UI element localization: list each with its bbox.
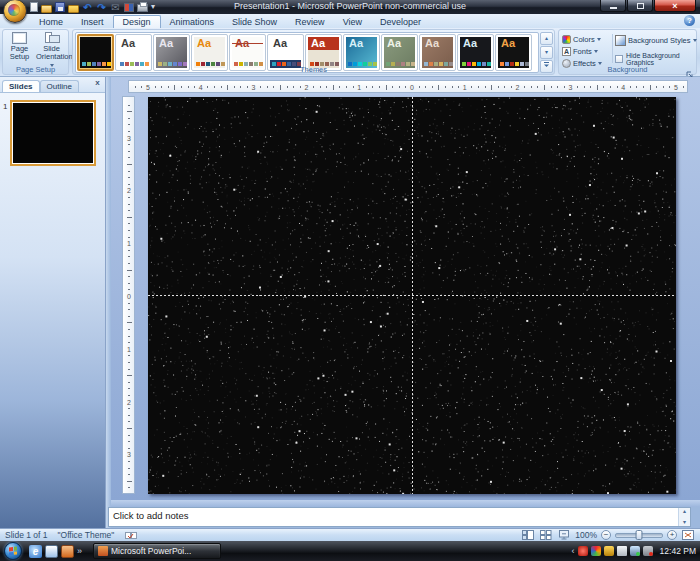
theme-preview: Aa [308, 37, 339, 68]
theme-foundry[interactable]: Aa [381, 34, 418, 71]
update-icon[interactable] [604, 546, 614, 556]
slide-canvas[interactable] [148, 97, 676, 494]
taskbar-clock[interactable]: 12:42 PM [660, 546, 696, 556]
tab-review[interactable]: Review [286, 16, 334, 28]
ruler-tick [313, 86, 314, 88]
notes-splitter[interactable] [111, 500, 700, 507]
tab-insert[interactable]: Insert [72, 16, 113, 28]
tab-view[interactable]: View [334, 16, 371, 28]
scroll-down-icon[interactable]: ▾ [683, 519, 686, 526]
theme-palette [310, 62, 339, 66]
slide-orientation-button[interactable]: Slide Orientation [36, 32, 67, 69]
gallery-scroll-up-icon[interactable]: ▴ [540, 32, 553, 45]
notes-scrollbar[interactable]: ▴ ▾ [678, 508, 690, 526]
zoom-slider-thumb[interactable] [636, 530, 643, 540]
normal-view-button[interactable] [521, 530, 535, 540]
ruler-number: 3 [252, 84, 256, 91]
minimize-button[interactable] [600, 0, 626, 12]
tab-slide-show[interactable]: Slide Show [223, 16, 286, 28]
tab-developer[interactable]: Developer [371, 16, 430, 28]
open-icon[interactable] [41, 5, 52, 13]
theme-equity[interactable]: Aa [305, 34, 342, 71]
fonts-button[interactable]: A Fonts [561, 45, 611, 57]
close-panel-icon[interactable]: x [93, 79, 102, 88]
fonts-label: Fonts [573, 47, 592, 56]
zoom-out-button[interactable]: − [601, 530, 611, 540]
theme-oriel[interactable]: Aa [495, 34, 532, 71]
print-icon[interactable] [137, 4, 148, 12]
theme-flow[interactable]: Aa [343, 34, 380, 71]
theme-palette [234, 62, 263, 66]
mail-app-icon[interactable] [45, 545, 58, 558]
new-document-icon[interactable] [30, 2, 38, 12]
tab-animations[interactable]: Animations [161, 16, 224, 28]
tab-outline[interactable]: Outline [40, 80, 79, 92]
ruler-tick [155, 86, 156, 88]
undo-icon[interactable]: ↶ [82, 2, 93, 13]
volume-muted-icon[interactable] [643, 546, 653, 556]
theme-aspect[interactable]: Aa [191, 34, 228, 71]
theme-palette [348, 62, 377, 66]
start-button[interactable] [4, 542, 22, 560]
open-folder-icon[interactable] [68, 5, 79, 13]
slide-1-thumbnail[interactable] [12, 102, 94, 164]
taskbar-button-powerpoint[interactable]: Microsoft PowerPoi... [93, 543, 221, 559]
office-button[interactable] [3, 0, 27, 23]
horizontal-ruler[interactable]: 54321012345 [128, 80, 688, 93]
ruler-tick [188, 86, 189, 88]
page-setup-button[interactable]: Page Setup [4, 32, 35, 61]
notes-pane[interactable]: Click to add notes ▴ ▾ [108, 507, 691, 527]
hide-background-graphics-checkbox[interactable]: Hide Background Graphics [615, 52, 697, 66]
gallery-scroll-down-icon[interactable]: ▾ [540, 46, 553, 59]
help-icon[interactable]: ? [684, 15, 695, 26]
theme-preview: Aa [384, 37, 415, 68]
fit-to-window-button[interactable] [681, 530, 695, 540]
colors-button[interactable]: Colors [561, 33, 611, 45]
ruler-tick [128, 204, 130, 205]
palette-swatch [206, 62, 210, 66]
slideshow-view-button[interactable] [557, 530, 571, 540]
security-shield-icon[interactable] [578, 546, 588, 556]
close-icon: × [672, 1, 677, 11]
spelling-icon[interactable] [124, 3, 134, 12]
close-button[interactable]: × [654, 0, 696, 12]
powerpoint-icon[interactable] [61, 545, 74, 558]
zoom-in-button[interactable]: + [667, 530, 677, 540]
restore-button[interactable] [627, 0, 653, 12]
palette-swatch [196, 62, 200, 66]
dialog-launcher-icon[interactable] [686, 65, 694, 73]
slide-thumbnail-row: 1 [0, 102, 105, 164]
email-icon[interactable]: ✉ [110, 2, 121, 13]
theme-civic[interactable]: Aa [229, 34, 266, 71]
theme-median[interactable]: Aa [419, 34, 456, 71]
battery-icon[interactable] [617, 546, 627, 556]
theme-apex[interactable]: Aa [153, 34, 190, 71]
theme-palette [424, 62, 453, 66]
qat-customize-icon[interactable]: ▾ [151, 1, 155, 13]
tab-slides[interactable]: Slides [2, 80, 40, 92]
theme-palette [272, 62, 301, 66]
save-icon[interactable] [55, 2, 65, 12]
scroll-up-icon[interactable]: ▴ [683, 508, 686, 515]
display-color-icon[interactable] [591, 546, 601, 556]
spelling-status-icon[interactable] [124, 531, 138, 540]
redo-icon[interactable]: ↷ [96, 2, 107, 13]
palette-swatch [282, 62, 286, 66]
palette-swatch [221, 62, 225, 66]
theme-concourse[interactable]: Aa [267, 34, 304, 71]
tab-home[interactable]: Home [30, 16, 72, 28]
theme-current-black[interactable] [77, 34, 114, 71]
slide-sorter-view-button[interactable] [539, 530, 553, 540]
ruler-number: 1 [357, 84, 361, 91]
vertical-ruler[interactable]: 3210123 [122, 96, 135, 494]
theme-office[interactable]: Aa [115, 34, 152, 71]
background-styles-button[interactable]: Background Styles [615, 34, 697, 47]
theme-preview: Aa [232, 37, 263, 68]
network-icon[interactable] [630, 546, 640, 556]
quick-launch-overflow-icon[interactable]: » [77, 545, 82, 558]
zoom-slider[interactable] [615, 533, 663, 538]
tab-design[interactable]: Design [113, 15, 161, 28]
internet-explorer-icon[interactable]: e [29, 545, 42, 558]
theme-metro[interactable]: Aa [457, 34, 494, 71]
tray-expand-icon[interactable]: ‹ [572, 546, 575, 556]
